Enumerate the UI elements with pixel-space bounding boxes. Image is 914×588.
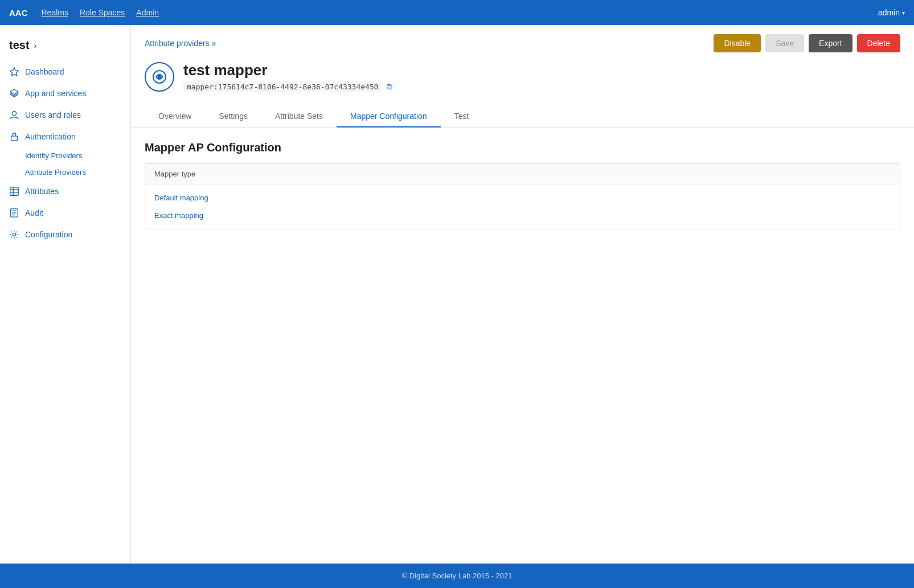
navbar-link-admin[interactable]: Admin: [136, 8, 159, 17]
table-icon: [9, 186, 19, 196]
mapper-type-header: Mapper type: [145, 164, 900, 184]
copy-icon[interactable]: ⧉: [387, 82, 392, 92]
sidebar-item-dashboard[interactable]: Dashboard: [0, 61, 130, 83]
sidebar-item-label-audit: Audit: [25, 208, 43, 217]
entity-title: test mapper: [183, 61, 392, 79]
tab-test[interactable]: Test: [441, 106, 483, 128]
entity-id-row: mapper:175614c7-8106-4492-8e36-07c43334e…: [183, 81, 392, 92]
sidebar-item-label-attributes: Attributes: [25, 187, 59, 196]
sidebar-item-audit[interactable]: Audit: [0, 202, 130, 224]
main-content: Attribute providers » Disable Save Expor…: [131, 25, 914, 564]
svg-point-14: [158, 76, 161, 79]
realm-label: test ›: [0, 34, 130, 61]
chevron-down-icon: ▾: [902, 10, 905, 16]
navbar-link-rolespaces[interactable]: Role Spaces: [80, 8, 125, 17]
sidebar-item-attributes[interactable]: Attributes: [0, 180, 130, 202]
sidebar-item-label-config: Configuration: [25, 230, 72, 239]
content-header: Attribute providers » Disable Save Expor…: [131, 25, 914, 52]
svg-point-2: [12, 112, 16, 116]
list-icon: [9, 208, 19, 218]
delete-button[interactable]: Delete: [857, 34, 900, 52]
tab-overview[interactable]: Overview: [145, 106, 205, 128]
lock-icon: [9, 131, 19, 142]
sidebar-item-app-services[interactable]: App and services: [0, 83, 130, 104]
sidebar-item-attribute-providers[interactable]: Attribute Providers: [0, 164, 130, 180]
star-icon: [9, 67, 19, 77]
tab-content-mapper-configuration: Mapper AP Configuration Mapper type Defa…: [131, 128, 914, 564]
svg-rect-3: [11, 136, 18, 141]
realm-chevron-icon[interactable]: ›: [34, 41, 37, 50]
sidebar-item-configuration[interactable]: Configuration: [0, 224, 130, 245]
tab-attribute-sets[interactable]: Attribute Sets: [261, 106, 337, 128]
svg-rect-4: [10, 187, 18, 195]
tabs-bar: Overview Settings Attribute Sets Mapper …: [131, 106, 914, 128]
breadcrumb[interactable]: Attribute providers »: [145, 39, 216, 48]
mapper-type-section: Mapper type Default mapping Exact mappin…: [145, 163, 900, 229]
sidebar-item-label-users: Users and roles: [25, 110, 81, 120]
tab-mapper-configuration[interactable]: Mapper Configuration: [337, 106, 441, 128]
top-navbar: AAC Realms Role Spaces Admin admin ▾: [0, 0, 914, 25]
sidebar-item-label-auth: Authentication: [25, 132, 76, 141]
sidebar-item-users-roles[interactable]: Users and roles: [0, 104, 130, 126]
sidebar-item-label-dashboard: Dashboard: [25, 67, 64, 76]
export-button[interactable]: Export: [809, 34, 852, 52]
user-menu[interactable]: admin ▾: [878, 8, 905, 17]
navbar-link-realms[interactable]: Realms: [42, 8, 68, 17]
tab-settings[interactable]: Settings: [205, 106, 261, 128]
sidebar: test › Dashboard App and services: [0, 25, 131, 564]
person-icon: [9, 110, 19, 120]
user-label: admin: [878, 8, 900, 17]
footer: © Digital Society Lab 2015 - 2021: [0, 564, 914, 588]
mapper-type-item-default[interactable]: Default mapping: [145, 189, 900, 207]
sidebar-item-label-app: App and services: [25, 89, 86, 98]
entity-title-block: test mapper mapper:175614c7-8106-4492-8e…: [183, 61, 392, 92]
gear-icon: [9, 229, 19, 240]
sidebar-item-authentication[interactable]: Authentication: [0, 126, 130, 147]
entity-icon: [145, 62, 174, 92]
save-button: Save: [765, 34, 804, 52]
section-title: Mapper AP Configuration: [145, 141, 900, 154]
sidebar-item-identity-providers[interactable]: Identity Providers: [0, 147, 130, 164]
svg-point-12: [13, 233, 15, 236]
entity-header: test mapper mapper:175614c7-8106-4492-8e…: [131, 52, 914, 101]
disable-button[interactable]: Disable: [714, 34, 761, 52]
mapper-type-list: Default mapping Exact mapping: [145, 184, 900, 229]
footer-text: © Digital Society Lab 2015 - 2021: [402, 571, 513, 580]
entity-id-text: mapper:175614c7-8106-4492-8e36-07c43334e…: [183, 81, 382, 92]
navbar-brand[interactable]: AAC: [9, 8, 28, 18]
svg-marker-0: [10, 68, 18, 76]
header-actions: Disable Save Export Delete: [714, 34, 900, 52]
layers-icon: [9, 88, 19, 98]
mapper-type-item-exact[interactable]: Exact mapping: [145, 207, 900, 224]
